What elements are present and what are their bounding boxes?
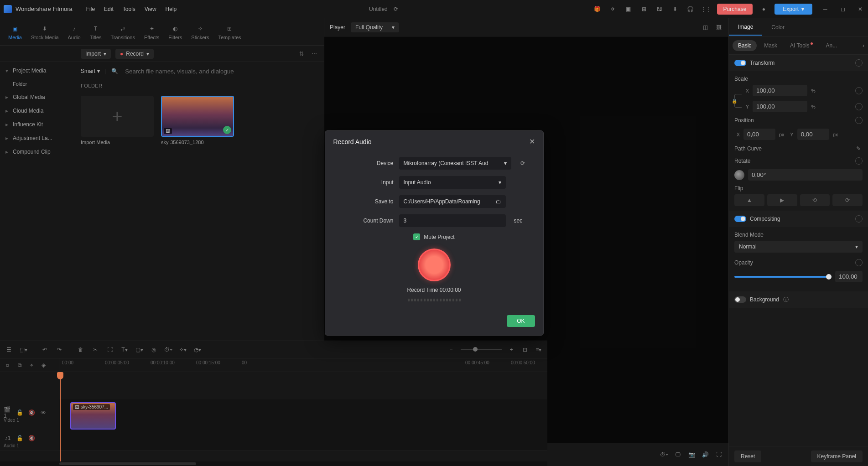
mute-row[interactable]: ✓ Mute Project: [343, 233, 525, 240]
countdown-input[interactable]: 3: [399, 214, 506, 227]
device-select[interactable]: Mikrofonarray (Conexant ISST Aud▾: [399, 157, 511, 170]
record-time: Record Time 00:00:00: [407, 287, 461, 293]
save-path-input[interactable]: C:/Users/HP/AppData/Roaming🗀: [399, 195, 506, 208]
record-button[interactable]: [418, 249, 451, 281]
input-label: Input: [343, 179, 394, 186]
mute-checkbox[interactable]: ✓: [413, 233, 420, 240]
modal-header: Record Audio ✕: [325, 131, 543, 152]
refresh-icon[interactable]: ⟳: [520, 160, 525, 166]
folder-icon[interactable]: 🗀: [496, 198, 501, 205]
chevron-down-icon: ▾: [499, 179, 501, 186]
modal-close-icon[interactable]: ✕: [529, 137, 535, 146]
device-label: Device: [343, 160, 394, 166]
countdown-label: Count Down: [343, 217, 394, 224]
save-to-label: Save to: [343, 198, 394, 205]
input-select[interactable]: Input Audio▾: [399, 176, 506, 189]
ok-button[interactable]: OK: [507, 315, 535, 327]
modal-title: Record Audio: [333, 138, 372, 145]
audio-level-meter: [408, 299, 461, 301]
modal-body: Device Mikrofonarray (Conexant ISST Aud▾…: [325, 152, 543, 311]
modal-overlay: Record Audio ✕ Device Mikrofonarray (Con…: [0, 0, 868, 466]
mute-label: Mute Project: [424, 234, 454, 240]
chevron-down-icon: ▾: [504, 160, 507, 166]
modal-footer: OK: [325, 311, 543, 335]
record-audio-modal: Record Audio ✕ Device Mikrofonarray (Con…: [325, 130, 544, 336]
